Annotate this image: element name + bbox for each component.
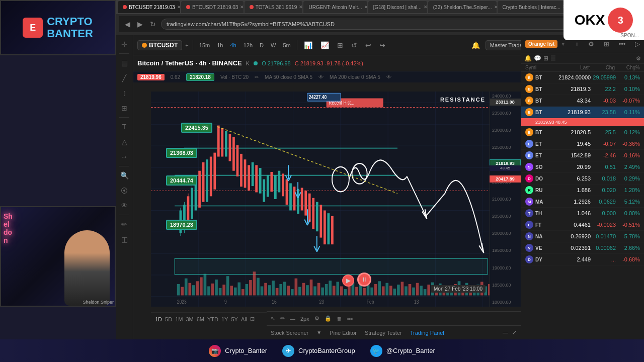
tf-1D[interactable]: 1D — [155, 316, 162, 322]
tab-close-1[interactable]: ✕ — [240, 5, 243, 10]
watchlist-item-12[interactable]: F FT 0.4461 -0.0023 -0.51% — [521, 219, 644, 231]
tab-close-0[interactable]: ✕ — [177, 5, 180, 10]
zoom-tool[interactable]: 🔍 — [117, 168, 131, 183]
watchlist-add[interactable]: + — [575, 40, 579, 48]
browser-tab-0[interactable]: BTCUSDT 21819.03 ✕ — [118, 1, 180, 13]
browser-tab-6[interactable]: Crypto Bubbles | Interac... ✕ — [498, 1, 566, 13]
watchlist-item-7[interactable]: S SO 20.99 0.51 2.49% — [521, 161, 644, 173]
tf-3M[interactable]: 3M — [186, 316, 193, 322]
watchlist-item-10[interactable]: M MA 1.2926 0.0629 5.12% — [521, 196, 644, 208]
watchlist-item-8[interactable]: D DO 6.253 0.018 0.29% — [521, 173, 644, 185]
watchlist-item-11[interactable]: T TH 1.046 0.000 0.00% — [521, 208, 644, 219]
wl-list-icon[interactable]: ☰ — [550, 55, 556, 62]
alert-btn[interactable]: 🔔 — [469, 40, 482, 50]
watchlist-more2[interactable]: ••• — [619, 40, 626, 48]
back-btn[interactable]: ◀ — [123, 19, 132, 29]
bar-tool[interactable]: ▦ — [117, 56, 131, 70]
tf-1h[interactable]: 1h — [215, 41, 225, 49]
tab-close-5[interactable]: ✕ — [494, 5, 497, 10]
pen-tool-dt[interactable]: ✏ — [280, 315, 285, 322]
watchlist-item-6[interactable]: E ET 1542.89 -2.46 -0.16% — [521, 150, 644, 161]
watchlist-item-0[interactable]: B BT 21824.00000 29.05999 0.13% — [521, 72, 644, 83]
tf-1Y[interactable]: 1Y — [221, 316, 228, 322]
tab-strategy-tester[interactable]: Strategy Tester — [365, 330, 402, 336]
chart-type-btn[interactable]: 📊 — [301, 40, 315, 50]
tf-5m[interactable]: 5m — [281, 41, 292, 49]
crosshair-tool[interactable]: ✛ — [117, 37, 131, 51]
okx-sponsor[interactable]: OKX 3 SPON... — [564, 0, 644, 40]
tf-W[interactable]: W — [269, 41, 278, 49]
watchlist-item-13[interactable]: N NA 0.26920 0.01470 5.78% — [521, 231, 644, 242]
tf-YTD[interactable]: YTD — [207, 316, 218, 322]
eraser-tool[interactable]: ◫ — [117, 232, 131, 246]
indicators-btn[interactable]: 📈 — [318, 40, 332, 50]
wl-bell-icon[interactable]: 🔔 — [524, 55, 532, 62]
wl-chat-icon[interactable]: 💬 — [534, 55, 541, 62]
eye-ma200[interactable]: 👁 — [386, 74, 391, 80]
browser-tab-4[interactable]: [G18] Discord | shal... ✕ — [368, 1, 427, 13]
bottom-fullscreen[interactable]: ⤢ — [512, 329, 517, 336]
symbol-badge[interactable]: BTCUSDT — [137, 40, 182, 50]
tf-6M[interactable]: 6M — [197, 316, 204, 322]
trash-tool-dt[interactable]: 🗑 — [337, 316, 342, 322]
tab-close-4[interactable]: ✕ — [424, 5, 427, 10]
tab-close-3[interactable]: ✕ — [364, 5, 367, 10]
tf-5D[interactable]: 5D — [165, 316, 172, 322]
eye-tool[interactable]: 👁 — [117, 199, 131, 213]
watchlist-item-14[interactable]: V VE 0.02391 0.00062 2.66% — [521, 242, 644, 254]
templates-btn[interactable]: ⊞ — [335, 40, 346, 50]
browser-tab-1[interactable]: BTCUSDT 21819.03 ✕ — [181, 1, 244, 13]
cursor-tool-dt[interactable]: ↖ — [271, 315, 275, 322]
tab-pine-editor[interactable]: Pine Editor — [330, 330, 357, 336]
tf-1M[interactable]: 1M — [175, 316, 183, 322]
watchlist-layout[interactable]: ⊞ — [604, 40, 609, 48]
watchlist-item-9[interactable]: R RU 1.686 0.020 1.20% — [521, 185, 644, 196]
tf-All[interactable]: All — [241, 316, 247, 322]
shape-tool[interactable]: △ — [117, 135, 131, 149]
watchlist-item-3[interactable]: B BT 21819.93 23.58 0.11% — [521, 107, 644, 118]
tab-screener-chevron[interactable]: ▼ — [316, 330, 321, 336]
watchlist-item-4[interactable]: B BT 21820.5 25.5 0.12% — [521, 127, 644, 138]
reload-btn[interactable]: ↻ — [148, 19, 158, 29]
line-tool-dt[interactable]: — — [290, 316, 295, 322]
tf-D[interactable]: D — [258, 41, 266, 49]
edit-vol[interactable]: ✏ — [255, 74, 259, 80]
bottom-minimize[interactable]: — — [503, 329, 508, 336]
watchlist-item-highlighted-2[interactable]: 21819.93 48.45 — [521, 118, 644, 127]
tf-5Y[interactable]: 5Y — [231, 316, 237, 322]
plus-btn[interactable]: + — [185, 42, 188, 48]
tf-15m[interactable]: 15m — [197, 41, 212, 49]
chart-btn-2[interactable]: ⏸ — [357, 273, 371, 287]
more-tool-dt[interactable]: ••• — [347, 316, 353, 322]
magnet-tool[interactable]: ⦿ — [117, 184, 131, 198]
watchlist-item-15[interactable]: D DY 2.449 ... -0.68% — [521, 254, 644, 265]
list-chevron[interactable]: ▼ — [560, 41, 566, 47]
tf-4h[interactable]: 4h — [228, 41, 238, 49]
tab-close-2[interactable]: ✕ — [299, 5, 302, 10]
watchlist-item-5[interactable]: E ET 19.45 -0.07 -0.36% — [521, 138, 644, 150]
watchlist-sidebar-toggle[interactable]: ▷ — [635, 40, 640, 48]
watchlist-item-2[interactable]: B BT 43.34 -0.03 -0.07% — [521, 95, 644, 107]
browser-tab-3[interactable]: URGENT: Altcoin Melt... ✕ — [303, 1, 367, 13]
browser-tab-5[interactable]: (32) Sheldon.The.Sniper... ✕ — [428, 1, 497, 13]
tf-12h[interactable]: 12h — [242, 41, 255, 49]
channel-tool[interactable]: ⫿ — [117, 86, 131, 100]
tab-stock-screener[interactable]: Stock Screener — [271, 330, 308, 336]
chart-mode-btn[interactable]: ⊡ — [250, 316, 255, 322]
wl-grid-icon[interactable]: ⊞ — [543, 55, 548, 62]
undo-btn[interactable]: ↩ — [363, 40, 374, 50]
watchlist-more1[interactable]: ⚙ — [588, 40, 594, 48]
brush-tool[interactable]: ✏ — [117, 217, 131, 231]
fib-tool[interactable]: ⊞ — [117, 101, 131, 115]
tab-trading-panel[interactable]: Trading Panel — [410, 330, 444, 336]
replay-btn[interactable]: ↺ — [349, 40, 360, 50]
watchlist-item-1[interactable]: B BT 21819.3 22.2 0.10% — [521, 83, 644, 95]
url-bar[interactable]: tradingview.com/chart/M1TfhpGv/?symbol=B… — [161, 19, 582, 30]
redo-btn[interactable]: ↪ — [377, 40, 388, 50]
chart-btn-1[interactable]: ▶ — [342, 275, 354, 287]
measure-tool[interactable]: ↔ — [117, 150, 131, 164]
forward-btn[interactable]: ▶ — [135, 19, 145, 29]
settings-tool-dt[interactable]: ⚙ — [314, 315, 319, 322]
wl-settings-icon[interactable]: ⚙ — [636, 55, 641, 62]
lock-tool-dt[interactable]: 🔒 — [325, 315, 332, 322]
